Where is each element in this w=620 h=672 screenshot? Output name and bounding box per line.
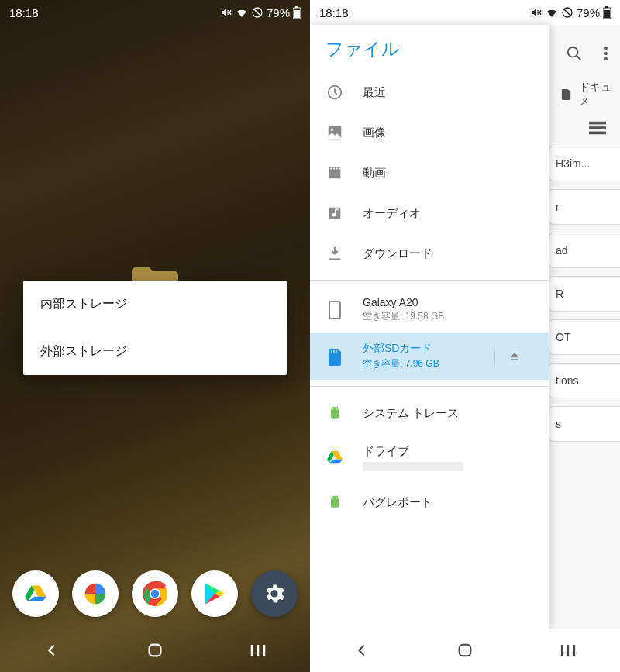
nav-back[interactable]: [33, 635, 71, 666]
divider: [310, 386, 549, 387]
phone-icon: [326, 301, 344, 319]
file-item[interactable]: H3im...: [549, 146, 620, 181]
file-item[interactable]: ad: [549, 233, 620, 268]
android-icon: [326, 404, 344, 422]
nav-back[interactable]: [343, 635, 381, 666]
svg-rect-18: [589, 132, 606, 135]
storage-subtitle: 空き容量: 19.58 GB: [363, 310, 533, 323]
status-bar: 18:18 79%: [0, 0, 310, 25]
svg-point-15: [604, 57, 608, 60]
drawer-label: 動画: [363, 166, 386, 181]
drawer-item-images[interactable]: 画像: [310, 112, 549, 153]
battery-percent: 79%: [577, 6, 600, 19]
wifi-icon: [236, 6, 248, 19]
file-item[interactable]: s: [549, 406, 620, 442]
status-time: 18:18: [319, 6, 530, 19]
divider: [310, 280, 549, 281]
sd-card-icon: [326, 347, 344, 366]
drawer-storage-sd[interactable]: 外部SDカード 空き容量: 7.96 GB: [310, 333, 549, 380]
drawer-item-drive[interactable]: ドライブ: [310, 433, 549, 482]
clock-icon: [326, 83, 344, 102]
drawer-item-audio[interactable]: オーディオ: [310, 193, 549, 233]
dock-chrome-icon[interactable]: [132, 570, 178, 617]
nav-drawer: ファイル 最近 画像 動画 オーディオ ダウンロード Galaxy A20 空き…: [310, 25, 549, 629]
svg-rect-10: [604, 10, 610, 18]
dock-settings-icon[interactable]: [251, 570, 298, 617]
filter-chip-documents[interactable]: ドキュメ: [549, 74, 620, 115]
svg-rect-7: [150, 645, 161, 656]
svg-rect-22: [329, 302, 340, 319]
drawer-item-bugreport[interactable]: バグレポート: [310, 482, 549, 522]
battery-icon: [603, 6, 611, 19]
storage-title: Galaxy A20: [363, 296, 533, 308]
svg-rect-17: [589, 126, 606, 129]
drawer-item-videos[interactable]: 動画: [310, 153, 549, 193]
file-item[interactable]: OT: [549, 319, 620, 355]
status-icons: 79%: [530, 6, 611, 19]
drawer-item-downloads[interactable]: ダウンロード: [310, 233, 549, 274]
svg-point-12: [568, 47, 578, 57]
dock-play-icon[interactable]: [191, 570, 238, 617]
battery-icon: [293, 6, 301, 19]
popup-external-storage[interactable]: 外部ストレージ: [23, 328, 287, 375]
svg-rect-11: [605, 6, 608, 8]
storage-title: 外部SDカード: [363, 342, 476, 356]
android-icon: [326, 493, 344, 512]
drive-account-redacted: [363, 462, 463, 471]
dock-photos-icon[interactable]: [72, 570, 119, 617]
drawer-storage-internal[interactable]: Galaxy A20 空き容量: 19.58 GB: [310, 287, 549, 333]
list-view-icon[interactable]: [589, 121, 606, 135]
status-time: 18:18: [9, 6, 220, 19]
google-drive-icon: [326, 449, 344, 467]
svg-rect-16: [589, 122, 606, 125]
svg-rect-27: [460, 645, 471, 656]
dock: [0, 559, 310, 629]
storage-subtitle: 空き容量: 7.96 GB: [363, 357, 476, 370]
drawer-label: ダウンロード: [363, 246, 432, 261]
drawer-label: オーディオ: [363, 206, 421, 221]
storage-popup: 内部ストレージ 外部ストレージ: [23, 281, 287, 375]
file-item[interactable]: tions: [549, 363, 620, 398]
eject-icon: [508, 350, 521, 363]
drawer-title: ファイル: [310, 25, 549, 72]
no-sim-icon: [561, 6, 574, 19]
popup-internal-storage[interactable]: 内部ストレージ: [23, 281, 287, 328]
drawer-label: バグレポート: [363, 495, 432, 510]
mute-icon: [220, 6, 232, 19]
drawer-item-trace[interactable]: システム トレース: [310, 393, 549, 433]
svg-point-6: [151, 590, 160, 598]
status-icons: 79%: [220, 6, 301, 19]
nav-recents[interactable]: [549, 635, 587, 666]
svg-point-21: [331, 129, 333, 131]
svg-rect-2: [294, 10, 300, 18]
document-icon: [560, 88, 573, 102]
mute-icon: [530, 6, 542, 19]
image-icon: [326, 123, 344, 142]
file-item[interactable]: r: [549, 189, 620, 225]
svg-rect-3: [295, 6, 298, 8]
no-sim-icon: [251, 6, 264, 19]
more-icon[interactable]: [604, 47, 608, 60]
search-icon[interactable]: [566, 45, 583, 62]
home-screen: 18:18 79% 内部ストレージ 外部ストレージ: [0, 0, 310, 672]
nav-bar: [0, 629, 310, 672]
download-icon: [326, 244, 344, 263]
svg-point-14: [604, 52, 608, 55]
drawer-label: システム トレース: [363, 406, 459, 421]
nav-recents[interactable]: [239, 635, 277, 666]
eject-button[interactable]: [494, 350, 533, 363]
file-item[interactable]: R: [549, 276, 620, 312]
nav-home[interactable]: [446, 635, 484, 666]
audio-icon: [326, 204, 344, 222]
dock-drive-icon[interactable]: [12, 570, 59, 617]
drawer-label: ドライブ: [363, 444, 463, 459]
drawer-item-recent[interactable]: 最近: [310, 72, 549, 112]
battery-percent: 79%: [267, 6, 290, 19]
nav-bar: [310, 629, 620, 672]
video-icon: [326, 164, 344, 182]
status-bar: 18:18 79%: [310, 0, 620, 25]
nav-home[interactable]: [136, 635, 174, 666]
svg-point-13: [604, 47, 608, 50]
wifi-icon: [546, 6, 558, 19]
drawer-label: 最近: [363, 85, 386, 100]
